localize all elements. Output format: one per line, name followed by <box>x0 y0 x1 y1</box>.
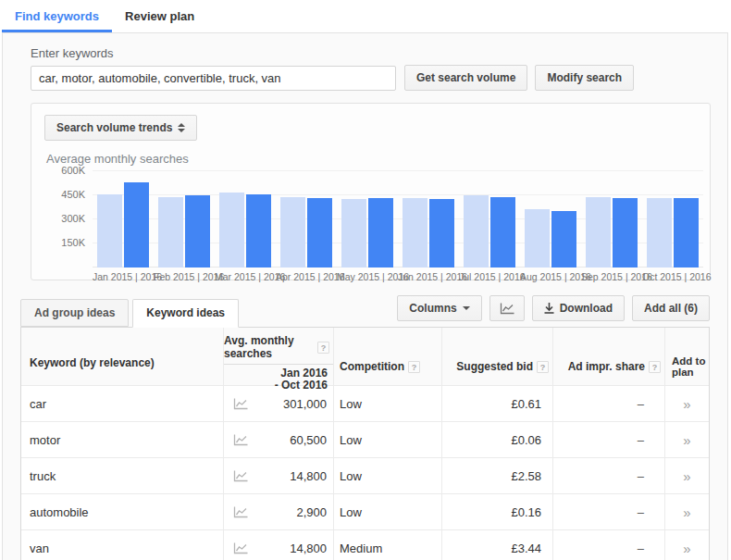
results-toolbar: Columns Download Add all (6) <box>397 295 710 327</box>
ad-impr-share-cell: – <box>552 458 664 493</box>
chart-x-axis: Jan 2015 | 2016Feb 2015 | 2016Mar 2015 |… <box>93 271 703 282</box>
find-keywords-panel: Enter keywords Get search volume Modify … <box>2 32 728 560</box>
table-row: car 301,000 Low £0.61 – » <box>21 385 709 421</box>
trend-chart-icon[interactable] <box>233 470 248 482</box>
bar-group <box>581 197 642 268</box>
add-all-button[interactable]: Add all (6) <box>632 295 710 321</box>
header-suggested-bid[interactable]: Suggested bid ? <box>441 328 552 385</box>
keyword-ideas-table: Keyword (by relevance) Avg. monthly sear… <box>20 327 710 560</box>
bar-2015 <box>403 198 427 268</box>
ad-impr-share-label: Ad impr. share <box>568 360 645 373</box>
chart-view-button[interactable] <box>489 295 525 321</box>
help-icon[interactable]: ? <box>649 361 661 373</box>
columns-button[interactable]: Columns <box>397 295 481 321</box>
keyword-cell: automobile <box>21 494 223 529</box>
search-volume-trends-selector[interactable]: Search volume trends <box>44 115 197 141</box>
y-tick-label: 600K <box>61 165 85 176</box>
chart-y-axis: 150K300K450K600K <box>44 171 93 268</box>
add-to-plan-cell: » <box>664 530 709 560</box>
tab-keyword-ideas[interactable]: Keyword ideas <box>132 299 239 328</box>
keywords-input[interactable] <box>31 66 396 91</box>
header-competition[interactable]: Competition ? <box>333 328 441 385</box>
x-tick-label: Sep 2015 | 2016 <box>581 271 642 282</box>
avg-searches-cell: 301,000 <box>223 386 333 421</box>
help-icon[interactable]: ? <box>408 361 420 373</box>
line-chart-icon <box>500 303 514 315</box>
trend-chart-icon[interactable] <box>233 542 248 554</box>
table-row: automobile 2,900 Low £0.16 – » <box>21 493 709 529</box>
bar-2016 <box>490 197 515 268</box>
header-keyword[interactable]: Keyword (by relevance) <box>21 328 223 385</box>
modify-search-button[interactable]: Modify search <box>535 65 634 91</box>
bar-group <box>520 209 581 268</box>
bar-2016 <box>674 198 699 268</box>
x-tick-label: Apr 2015 | 2016 <box>276 271 337 282</box>
header-avg-monthly-searches[interactable]: Avg. monthly searches ? Jan 2016 - Oct 2… <box>223 328 333 385</box>
competition-label: Competition <box>340 360 404 373</box>
get-search-volume-button[interactable]: Get search volume <box>404 65 527 91</box>
tab-review-plan[interactable]: Review plan <box>112 2 207 32</box>
bar-2016 <box>124 182 149 268</box>
trend-chart-icon[interactable] <box>233 398 248 410</box>
bar-2015 <box>219 193 244 268</box>
suggested-bid-cell: £3.44 <box>441 530 552 560</box>
add-to-plan-button[interactable]: » <box>683 396 690 412</box>
search-volume-trends-label: Search volume trends <box>56 121 172 134</box>
columns-label: Columns <box>409 302 456 315</box>
add-to-plan-cell: » <box>664 494 709 529</box>
x-tick-label: Oct 2015 | 2016 <box>642 271 703 282</box>
x-tick-label: Jul 2015 | 2016 <box>459 271 520 282</box>
table-row: van 14,800 Medium £3.44 – » <box>21 529 709 560</box>
avg-searches-cell: 2,900 <box>223 494 333 529</box>
add-to-plan-button[interactable]: » <box>683 504 690 520</box>
add-to-plan-button[interactable]: » <box>683 541 690 556</box>
avg-searches-cell: 60,500 <box>223 422 333 457</box>
trend-chart-icon[interactable] <box>233 434 248 446</box>
enter-keywords-section: Enter keywords Get search volume Modify … <box>3 33 727 91</box>
search-volume-trends-panel: Search volume trends Average monthly sea… <box>31 103 711 280</box>
tab-find-keywords[interactable]: Find keywords <box>2 2 112 32</box>
bar-2016 <box>307 198 332 268</box>
bar-2016 <box>368 198 393 268</box>
download-button[interactable]: Download <box>532 295 625 321</box>
add-to-plan-button[interactable]: » <box>683 468 690 484</box>
x-tick-label: Mar 2015 | 2016 <box>215 271 276 282</box>
main-tabs: Find keywords Review plan <box>0 0 731 32</box>
bar-2015 <box>464 195 489 268</box>
bar-2015 <box>158 197 183 268</box>
header-ad-impr-share[interactable]: Ad impr. share ? <box>552 328 664 385</box>
ad-impr-share-cell: – <box>552 494 664 529</box>
tab-ad-group-ideas[interactable]: Ad group ideas <box>20 299 129 327</box>
help-icon[interactable]: ? <box>317 342 329 354</box>
bar-group <box>398 198 459 268</box>
bar-2015 <box>97 194 122 268</box>
ad-impr-share-cell: – <box>552 386 664 421</box>
ad-impr-share-cell: – <box>552 530 664 560</box>
help-icon[interactable]: ? <box>537 361 549 373</box>
add-to-plan-cell: » <box>664 386 709 421</box>
keyword-cell: motor <box>21 422 223 457</box>
download-icon <box>544 303 554 314</box>
x-tick-label: Aug 2015 | 2016 <box>520 271 581 282</box>
suggested-bid-cell: £0.06 <box>441 422 552 457</box>
bar-2015 <box>586 197 611 268</box>
table-row: motor 60,500 Low £0.06 – » <box>21 421 709 457</box>
results-bar: Ad group ideas Keyword ideas Columns Dow… <box>20 295 710 327</box>
y-tick-label: 450K <box>61 189 85 200</box>
suggested-bid-label: Suggested bid <box>456 360 533 373</box>
suggested-bid-cell: £0.61 <box>441 386 552 421</box>
y-tick-label: 300K <box>61 213 85 224</box>
updown-sort-icon <box>178 123 185 132</box>
chart-plot <box>93 171 703 268</box>
search-volume-chart: 150K300K450K600K Jan 2015 | 2016Feb 2015… <box>44 171 697 282</box>
x-tick-label: Jan 2015 | 2016 <box>93 271 154 282</box>
table-body: car 301,000 Low £0.61 – » motor 60,500 L… <box>21 385 709 560</box>
add-to-plan-button[interactable]: » <box>683 432 690 448</box>
trend-chart-icon[interactable] <box>233 506 248 518</box>
bar-2016 <box>429 199 454 268</box>
ad-impr-share-cell: – <box>552 422 664 457</box>
x-tick-label: Jun 2015 | 2016 <box>398 271 459 282</box>
add-to-plan-cell: » <box>664 458 709 493</box>
bar-group <box>459 195 520 268</box>
chevron-down-icon <box>463 306 470 310</box>
